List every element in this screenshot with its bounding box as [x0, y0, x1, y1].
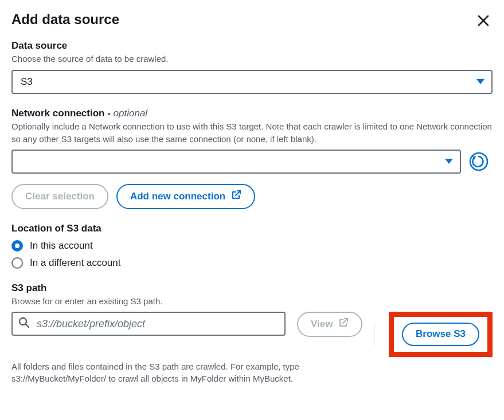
data-source-label: Data source — [11, 40, 493, 52]
clear-selection-button[interactable]: Clear selection — [11, 184, 108, 209]
radio-label: In a different account — [30, 257, 120, 269]
s3-path-description: Browse for or enter an existing S3 path. — [11, 295, 493, 308]
svg-line-9 — [343, 319, 347, 323]
network-connection-description: Optionally include a Network connection … — [11, 120, 493, 146]
radio-selected-icon — [11, 240, 23, 252]
view-button[interactable]: View — [297, 312, 362, 336]
s3-path-label: S3 path — [11, 282, 493, 294]
network-connection-select[interactable] — [11, 150, 461, 174]
radio-label: In this account — [30, 240, 93, 252]
modal-title: Add data source — [11, 11, 119, 28]
refresh-button[interactable] — [468, 151, 490, 172]
s3-path-helper: All folders and files contained in the S… — [11, 360, 390, 384]
s3-path-input[interactable] — [11, 312, 286, 336]
vertical-divider — [374, 323, 374, 346]
location-label: Location of S3 data — [11, 223, 493, 234]
external-link-icon — [338, 317, 349, 331]
refresh-icon — [469, 164, 489, 173]
data-source-value: S3 — [21, 76, 33, 88]
close-button[interactable] — [474, 11, 493, 30]
radio-different-account[interactable]: In a different account — [11, 257, 493, 269]
data-source-description: Choose the source of data to be crawled. — [11, 53, 493, 65]
network-connection-label: Network connection - optional — [11, 108, 493, 119]
external-link-icon — [231, 190, 241, 203]
close-icon — [476, 21, 490, 29]
svg-line-6 — [236, 191, 240, 195]
add-new-connection-button[interactable]: Add new connection — [116, 184, 255, 209]
highlight-browse-s3: Browse S3 — [389, 312, 493, 356]
radio-this-account[interactable]: In this account — [11, 240, 493, 252]
browse-s3-button[interactable]: Browse S3 — [402, 323, 479, 346]
data-source-select[interactable]: S3 — [11, 70, 493, 94]
radio-unselected-icon — [11, 257, 23, 269]
